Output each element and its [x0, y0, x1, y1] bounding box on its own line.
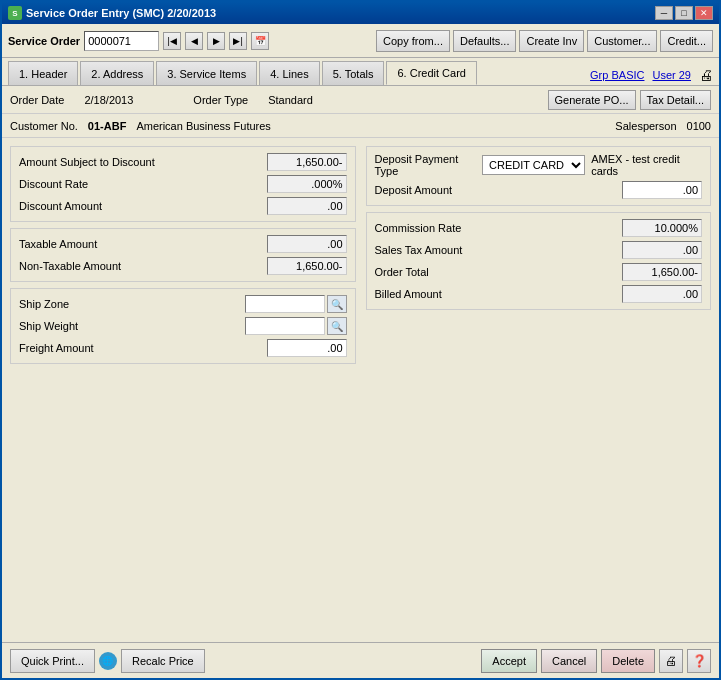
tax-group: Taxable Amount .00 Non-Taxable Amount 1,… [10, 228, 356, 282]
quick-print-button[interactable]: Quick Print... [10, 649, 95, 673]
ship-weight-row: Ship Weight 🔍 [19, 317, 347, 335]
tab-service-items[interactable]: 3. Service Items [156, 61, 257, 85]
taxable-amount-value: .00 [267, 235, 347, 253]
deposit-amount-value[interactable]: .00 [622, 181, 702, 199]
print-icon-button[interactable]: 🖨 [659, 649, 683, 673]
order-info-bar: Order Date 2/18/2013 Order Type Standard… [2, 86, 719, 114]
tab-address[interactable]: 2. Address [80, 61, 154, 85]
order-total-row: Order Total 1,650.00- [375, 263, 703, 281]
amount-subject-value: 1,650.00- [267, 153, 347, 171]
tab-header[interactable]: 1. Header [8, 61, 78, 85]
user-link[interactable]: User 29 [652, 69, 691, 81]
right-panel: Deposit Payment Type CREDIT CARD CHECK C… [366, 146, 712, 634]
title-bar: S Service Order Entry (SMC) 2/20/2013 ─ … [2, 2, 719, 24]
content-bar-right: Generate PO... Tax Detail... [548, 90, 711, 110]
discount-rate-value: .000% [267, 175, 347, 193]
non-taxable-row: Non-Taxable Amount 1,650.00- [19, 257, 347, 275]
ship-zone-value[interactable] [245, 295, 325, 313]
sales-tax-value: .00 [622, 241, 702, 259]
ship-zone-row: Ship Zone 🔍 [19, 295, 347, 313]
tab-lines[interactable]: 4. Lines [259, 61, 320, 85]
taxable-amount-label: Taxable Amount [19, 238, 97, 250]
customer-no-value: 01-ABF [88, 120, 127, 132]
salesperson-value: 0100 [687, 120, 711, 132]
order-total-label: Order Total [375, 266, 429, 278]
discount-amount-label: Discount Amount [19, 200, 102, 212]
service-order-input[interactable] [84, 31, 159, 51]
taxable-amount-row: Taxable Amount .00 [19, 235, 347, 253]
customer-no-label: Customer No. [10, 120, 78, 132]
title-controls: ─ □ ✕ [655, 6, 713, 20]
generate-po-button[interactable]: Generate PO... [548, 90, 636, 110]
billed-amount-row: Billed Amount .00 [375, 285, 703, 303]
window-title: Service Order Entry (SMC) 2/20/2013 [26, 7, 216, 19]
nav-calendar-button[interactable]: 📅 [251, 32, 269, 50]
bottom-right: Accept Cancel Delete 🖨 ❓ [481, 649, 711, 673]
customer-bar: Customer No. 01-ABF American Business Fu… [2, 114, 719, 138]
deposit-row: CREDIT CARD CHECK CASH OTHER AMEX - test… [482, 153, 702, 177]
main-content: Amount Subject to Discount 1,650.00- Dis… [2, 138, 719, 642]
maximize-button[interactable]: □ [675, 6, 693, 20]
freight-amount-row: Freight Amount .00 [19, 339, 347, 357]
accept-button[interactable]: Accept [481, 649, 537, 673]
billed-amount-label: Billed Amount [375, 288, 442, 300]
billed-amount-value: .00 [622, 285, 702, 303]
close-button[interactable]: ✕ [695, 6, 713, 20]
deposit-amount-label: Deposit Amount [375, 184, 453, 196]
minimize-button[interactable]: ─ [655, 6, 673, 20]
sales-tax-row: Sales Tax Amount .00 [375, 241, 703, 259]
deposit-payment-type-row: Deposit Payment Type CREDIT CARD CHECK C… [375, 153, 703, 177]
discount-group: Amount Subject to Discount 1,650.00- Dis… [10, 146, 356, 222]
nav-first-button[interactable]: |◀ [163, 32, 181, 50]
nav-last-button[interactable]: ▶| [229, 32, 247, 50]
ship-weight-value[interactable] [245, 317, 325, 335]
totals-group: Commission Rate 10.000% Sales Tax Amount… [366, 212, 712, 310]
defaults-button[interactable]: Defaults... [453, 30, 517, 52]
customer-name: American Business Futures [136, 120, 271, 132]
order-type-label: Order Type [193, 94, 248, 106]
order-total-value: 1,650.00- [622, 263, 702, 281]
ship-weight-label: Ship Weight [19, 320, 78, 332]
deposit-group: Deposit Payment Type CREDIT CARD CHECK C… [366, 146, 712, 206]
create-inv-button[interactable]: Create Inv [519, 30, 584, 52]
ship-zone-search-button[interactable]: 🔍 [327, 295, 347, 313]
tax-detail-button[interactable]: Tax Detail... [640, 90, 711, 110]
toolbar-right: Copy from... Defaults... Create Inv Cust… [376, 30, 713, 52]
salesperson-label: Salesperson [615, 120, 676, 132]
globe-icon: 🌐 [99, 652, 117, 670]
grp-basic-link[interactable]: Grp BASIC [590, 69, 644, 81]
toolbar-left: Service Order |◀ ◀ ▶ ▶| 📅 [8, 31, 372, 51]
service-order-label: Service Order [8, 35, 80, 47]
deposit-payment-type-select[interactable]: CREDIT CARD CHECK CASH OTHER [482, 155, 585, 175]
freight-amount-value[interactable]: .00 [267, 339, 347, 357]
tab-credit-card[interactable]: 6. Credit Card [386, 61, 476, 85]
customer-button[interactable]: Customer... [587, 30, 657, 52]
nav-prev-button[interactable]: ◀ [185, 32, 203, 50]
discount-amount-value: .00 [267, 197, 347, 215]
title-bar-left: S Service Order Entry (SMC) 2/20/2013 [8, 6, 216, 20]
credit-button[interactable]: Credit... [660, 30, 713, 52]
amount-subject-label: Amount Subject to Discount [19, 156, 155, 168]
deposit-payment-type-label: Deposit Payment Type [375, 153, 479, 177]
cancel-button[interactable]: Cancel [541, 649, 597, 673]
printer-icon[interactable]: 🖨 [699, 67, 713, 83]
commission-rate-value: 10.000% [622, 219, 702, 237]
discount-rate-label: Discount Rate [19, 178, 88, 190]
ship-zone-label: Ship Zone [19, 298, 69, 310]
recalc-price-button[interactable]: Recalc Price [121, 649, 205, 673]
tab-totals[interactable]: 5. Totals [322, 61, 385, 85]
non-taxable-label: Non-Taxable Amount [19, 260, 121, 272]
discount-rate-row: Discount Rate .000% [19, 175, 347, 193]
nav-next-button[interactable]: ▶ [207, 32, 225, 50]
ship-weight-search-button[interactable]: 🔍 [327, 317, 347, 335]
help-icon-button[interactable]: ❓ [687, 649, 711, 673]
deposit-note: AMEX - test credit cards [591, 153, 702, 177]
left-panel: Amount Subject to Discount 1,650.00- Dis… [10, 146, 356, 634]
bottom-bar: Quick Print... 🌐 Recalc Price Accept Can… [2, 642, 719, 678]
sales-tax-label: Sales Tax Amount [375, 244, 463, 256]
commission-rate-label: Commission Rate [375, 222, 462, 234]
tabs-row: 1. Header 2. Address 3. Service Items 4.… [2, 58, 719, 86]
order-type-value: Standard [268, 94, 313, 106]
delete-button[interactable]: Delete [601, 649, 655, 673]
copy-from-button[interactable]: Copy from... [376, 30, 450, 52]
